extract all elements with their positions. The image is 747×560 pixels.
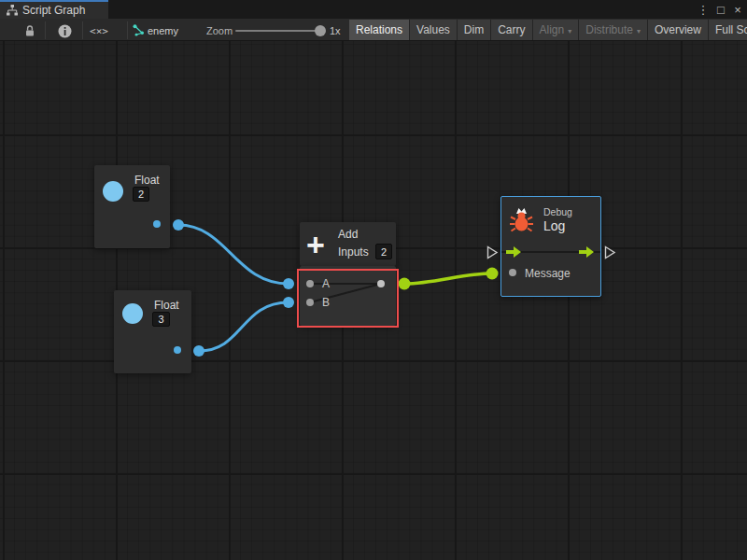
message-input-port[interactable] — [509, 269, 516, 276]
zoom-value-label: 1x — [330, 25, 341, 36]
values-button[interactable]: Values — [410, 20, 457, 40]
float-value-input[interactable]: 3 — [152, 312, 170, 327]
chevron-down-icon: ▾ — [637, 27, 641, 35]
error-highlight-box — [297, 269, 399, 328]
info-button[interactable] — [57, 23, 72, 38]
carry-button[interactable]: Carry — [491, 20, 531, 40]
toolbar-separator — [127, 21, 128, 39]
toolbar-separator — [82, 21, 83, 39]
inputs-count-input[interactable]: 2 — [375, 244, 392, 259]
fullscreen-button[interactable]: Full Screen — [709, 20, 747, 40]
node-title: Float — [154, 299, 179, 312]
node-title: Log — [543, 218, 565, 233]
flow-out-arrow-icon[interactable] — [578, 245, 595, 262]
title-bar: Script Graph ⋮ □ × — [0, 0, 747, 19]
node-title: Add — [338, 228, 358, 241]
zoom-label: Zoom — [206, 25, 233, 36]
script-graph-asset-icon — [132, 24, 145, 36]
external-flow-out-port[interactable] — [604, 245, 616, 263]
toolbar-separator — [45, 21, 46, 39]
add-input-b-port[interactable] — [306, 299, 314, 306]
dim-button[interactable]: Dim — [458, 20, 490, 40]
tab-title: Script Graph — [22, 4, 85, 17]
port-label-a: A — [322, 277, 330, 290]
node-title: Float — [134, 174, 160, 187]
message-port-label: Message — [525, 267, 571, 280]
float1-output-port[interactable] — [153, 220, 161, 228]
zoom-slider-track[interactable] — [235, 30, 317, 32]
flow-in-arrow-icon[interactable] — [505, 245, 522, 262]
code-view-button[interactable]: <×> — [86, 24, 112, 37]
lock-button[interactable] — [22, 23, 37, 37]
lock-icon — [23, 24, 36, 37]
close-button[interactable]: × — [729, 0, 746, 19]
align-dropdown[interactable]: Align▾ — [533, 20, 579, 40]
window-menu-button[interactable]: ⋮ — [695, 0, 712, 19]
info-icon — [58, 24, 72, 38]
float-type-icon — [122, 303, 143, 324]
zoom-slider-handle[interactable] — [315, 25, 326, 36]
bug-icon — [509, 206, 534, 236]
node-category: Debug — [543, 206, 572, 217]
relations-button[interactable]: Relations — [349, 20, 409, 40]
distribute-dropdown[interactable]: Distribute▾ — [579, 20, 647, 40]
add-icon: + — [306, 231, 325, 258]
maximize-button[interactable]: □ — [712, 0, 729, 19]
float-type-icon — [103, 181, 123, 202]
inputs-label: Inputs — [338, 245, 369, 259]
float-value-input[interactable]: 2 — [133, 187, 149, 202]
float2-output-port[interactable] — [174, 346, 181, 354]
toolbar-button-group: Relations Values Dim Carry Align▾ Distri… — [349, 20, 747, 40]
port-label-b: B — [322, 296, 330, 309]
add-output-port[interactable] — [377, 280, 385, 287]
add-input-a-port[interactable] — [306, 280, 314, 287]
overview-button[interactable]: Overview — [648, 20, 708, 40]
tab-script-graph[interactable]: Script Graph — [0, 0, 108, 19]
code-icon: <×> — [90, 25, 108, 37]
graph-hierarchy-icon — [7, 5, 18, 16]
float-node-2[interactable] — [114, 290, 191, 373]
graph-name-label[interactable]: enemy — [148, 25, 178, 36]
external-flow-in-port[interactable] — [486, 245, 499, 263]
chevron-down-icon: ▾ — [568, 27, 571, 35]
